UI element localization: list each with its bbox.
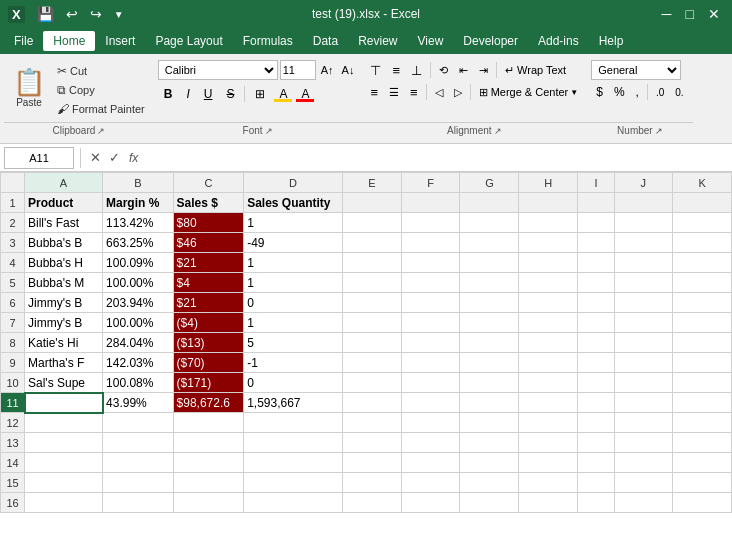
cell-C3[interactable]: $46	[173, 233, 244, 253]
cell-I4[interactable]	[578, 253, 614, 273]
cell-E12[interactable]	[342, 413, 401, 433]
cell-H14[interactable]	[519, 453, 578, 473]
font-size-increase-button[interactable]: A↑	[318, 60, 337, 80]
cell-J5[interactable]	[614, 273, 673, 293]
menu-page-layout[interactable]: Page Layout	[145, 31, 232, 51]
cell-C7[interactable]: ($4)	[173, 313, 244, 333]
text-direction-button[interactable]: ⟲	[434, 60, 453, 80]
cell-I1[interactable]	[578, 193, 614, 213]
row-header-2[interactable]: 2	[1, 213, 25, 233]
cell-A3[interactable]: Bubba's B	[25, 233, 103, 253]
cell-A1[interactable]: Product	[25, 193, 103, 213]
cell-I6[interactable]	[578, 293, 614, 313]
bold-button[interactable]: B	[158, 84, 179, 104]
cell-D16[interactable]	[244, 493, 343, 513]
strikethrough-button[interactable]: S	[220, 84, 240, 104]
menu-view[interactable]: View	[408, 31, 454, 51]
cell-B13[interactable]	[103, 433, 174, 453]
cell-F1[interactable]	[401, 193, 460, 213]
col-header-H[interactable]: H	[519, 173, 578, 193]
align-middle-button[interactable]: ≡	[387, 60, 405, 80]
cell-B14[interactable]	[103, 453, 174, 473]
cell-A4[interactable]: Bubba's H	[25, 253, 103, 273]
cell-C14[interactable]	[173, 453, 244, 473]
cell-B4[interactable]: 100.09%	[103, 253, 174, 273]
cell-H13[interactable]	[519, 433, 578, 453]
cell-K10[interactable]	[673, 373, 732, 393]
cell-G2[interactable]	[460, 213, 519, 233]
row-header-15[interactable]: 15	[1, 473, 25, 493]
cell-I8[interactable]	[578, 333, 614, 353]
cell-E6[interactable]	[342, 293, 401, 313]
customize-icon[interactable]: ▼	[110, 7, 128, 22]
cell-I2[interactable]	[578, 213, 614, 233]
cell-K1[interactable]	[673, 193, 732, 213]
cell-H1[interactable]	[519, 193, 578, 213]
cell-H9[interactable]	[519, 353, 578, 373]
cell-D15[interactable]	[244, 473, 343, 493]
cell-H16[interactable]	[519, 493, 578, 513]
row-header-7[interactable]: 7	[1, 313, 25, 333]
cell-I3[interactable]	[578, 233, 614, 253]
cell-K5[interactable]	[673, 273, 732, 293]
cell-I13[interactable]	[578, 433, 614, 453]
cell-A11[interactable]	[25, 393, 103, 413]
row-header-13[interactable]: 13	[1, 433, 25, 453]
cell-F3[interactable]	[401, 233, 460, 253]
font-name-select[interactable]: Calibri	[158, 60, 278, 80]
cell-K4[interactable]	[673, 253, 732, 273]
merge-center-button[interactable]: ⊞ Merge & Center ▼	[474, 82, 584, 102]
cell-F11[interactable]	[401, 393, 460, 413]
cell-J10[interactable]	[614, 373, 673, 393]
percent-button[interactable]: %	[609, 82, 630, 102]
cell-K12[interactable]	[673, 413, 732, 433]
cell-J1[interactable]	[614, 193, 673, 213]
cell-B3[interactable]: 663.25%	[103, 233, 174, 253]
cell-C6[interactable]: $21	[173, 293, 244, 313]
cell-F16[interactable]	[401, 493, 460, 513]
restore-icon[interactable]: □	[682, 4, 698, 24]
cell-A7[interactable]: Jimmy's B	[25, 313, 103, 333]
cell-G8[interactable]	[460, 333, 519, 353]
cell-D1[interactable]: Sales Quantity	[244, 193, 343, 213]
alignment-expand-icon[interactable]: ↗	[494, 126, 502, 136]
cell-G4[interactable]	[460, 253, 519, 273]
cell-D14[interactable]	[244, 453, 343, 473]
menu-insert[interactable]: Insert	[95, 31, 145, 51]
col-header-C[interactable]: C	[173, 173, 244, 193]
cell-J15[interactable]	[614, 473, 673, 493]
cell-G7[interactable]	[460, 313, 519, 333]
cell-H15[interactable]	[519, 473, 578, 493]
increase-decimal-button[interactable]: .0	[651, 82, 669, 102]
cell-H4[interactable]	[519, 253, 578, 273]
cell-J9[interactable]	[614, 353, 673, 373]
cell-E1[interactable]	[342, 193, 401, 213]
cell-A8[interactable]: Katie's Hi	[25, 333, 103, 353]
menu-help[interactable]: Help	[589, 31, 634, 51]
cell-A13[interactable]	[25, 433, 103, 453]
cell-A6[interactable]: Jimmy's B	[25, 293, 103, 313]
cell-C4[interactable]: $21	[173, 253, 244, 273]
cell-F10[interactable]	[401, 373, 460, 393]
menu-developer[interactable]: Developer	[453, 31, 528, 51]
cell-H8[interactable]	[519, 333, 578, 353]
cell-B15[interactable]	[103, 473, 174, 493]
format-painter-button[interactable]: 🖌 Format Painter	[52, 100, 150, 118]
accounting-button[interactable]: $	[591, 82, 608, 102]
cell-B5[interactable]: 100.00%	[103, 273, 174, 293]
comma-button[interactable]: ,	[631, 82, 644, 102]
name-box[interactable]	[4, 147, 74, 169]
cancel-formula-button[interactable]: ✕	[87, 147, 104, 169]
cell-A12[interactable]	[25, 413, 103, 433]
cell-C15[interactable]	[173, 473, 244, 493]
cell-K16[interactable]	[673, 493, 732, 513]
cell-G5[interactable]	[460, 273, 519, 293]
cell-E2[interactable]	[342, 213, 401, 233]
cell-K15[interactable]	[673, 473, 732, 493]
cell-E9[interactable]	[342, 353, 401, 373]
cell-A10[interactable]: Sal's Supe	[25, 373, 103, 393]
cell-D11[interactable]: 1,593,667	[244, 393, 343, 413]
cell-F15[interactable]	[401, 473, 460, 493]
decrease-indent-button[interactable]: ◁	[430, 82, 448, 102]
cell-K2[interactable]	[673, 213, 732, 233]
